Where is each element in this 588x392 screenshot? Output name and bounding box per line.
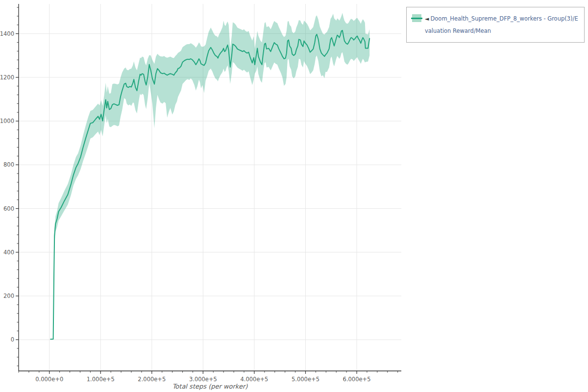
svg-text:1400: 1400 [0, 30, 14, 37]
svg-text:600: 600 [3, 205, 14, 212]
legend-swatch-line-icon [411, 18, 422, 19]
svg-text:5.000e+5: 5.000e+5 [292, 376, 319, 383]
svg-text:1.000e+5: 1.000e+5 [87, 376, 115, 383]
legend-marker-icon: ◄ [425, 16, 429, 22]
page-root: 0.000e+01.000e+52.000e+53.000e+54.000e+5… [0, 0, 588, 392]
svg-text:1000: 1000 [0, 118, 14, 124]
svg-text:1200: 1200 [0, 74, 14, 81]
chart-svg: 0.000e+01.000e+52.000e+53.000e+54.000e+5… [0, 0, 588, 392]
legend-label: Doom_Health_Supreme_DFP_8_workers - Grou… [425, 15, 578, 34]
svg-text:0: 0 [11, 336, 14, 343]
x-axis-label: Total steps (per worker) [19, 383, 401, 390]
legend-swatch-icon [412, 14, 421, 22]
svg-text:400: 400 [3, 249, 14, 256]
svg-text:2.000e+5: 2.000e+5 [138, 376, 166, 383]
legend: ◄Doom_Health_Supreme_DFP_8_workers - Gro… [406, 7, 585, 43]
svg-text:4.000e+5: 4.000e+5 [240, 376, 268, 383]
legend-entry: ◄Doom_Health_Supreme_DFP_8_workers - Gro… [425, 13, 579, 37]
svg-text:6.000e+5: 6.000e+5 [343, 376, 371, 383]
svg-text:800: 800 [3, 161, 14, 168]
svg-text:200: 200 [3, 293, 14, 299]
svg-text:0.000e+0: 0.000e+0 [35, 376, 63, 383]
svg-text:3.000e+5: 3.000e+5 [189, 376, 217, 383]
